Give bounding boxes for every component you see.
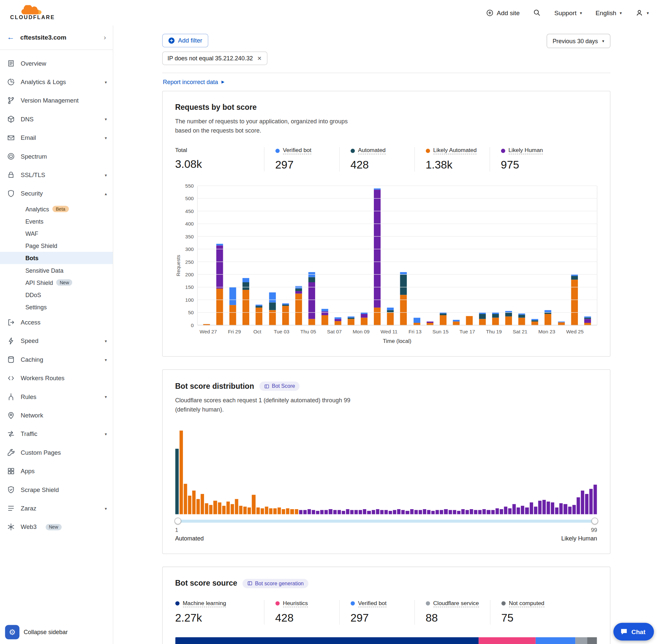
stat-label: Total [175,147,187,153]
chevron-down-icon: ▾ [105,117,107,121]
sidebar-item-label: Apps [21,468,34,475]
y-tick-label: 100 [185,297,194,303]
x-tick-label [421,329,432,335]
chart-bar [226,186,239,325]
sidebar-item-workers-routes[interactable]: Workers Routes [0,369,113,388]
histogram-bar [273,508,277,514]
sidebar-item-bots[interactable]: Bots [0,252,113,264]
account-menu[interactable]: ▾ [635,8,649,17]
histogram-bar [389,511,392,514]
requests-stats: Total3.08kVerified bot297Automated428Lik… [175,147,597,171]
histogram-bar [325,510,328,514]
sidebar-item-network[interactable]: Network [0,406,113,424]
cloudflare-logo[interactable]: CLOUDFLARE [10,5,55,20]
histogram-bar [504,506,508,514]
card-description: The number of requests to your applicati… [175,117,358,136]
histogram-bar [568,506,571,514]
histogram-bar [529,503,533,514]
stacked-bar [230,288,236,325]
search-button[interactable] [533,9,541,17]
histogram-bar [214,501,217,514]
stat-automated: Automated428 [339,147,414,171]
sidebar-item-dns[interactable]: DNS▾ [0,110,113,128]
sidebar-item-events[interactable]: Events [0,215,113,227]
bot-score-badge[interactable]: Bot Score [259,382,300,391]
collapse-sidebar-button[interactable]: Collapse sidebar [24,629,68,636]
sidebar-item-traffic[interactable]: Traffic▾ [0,425,113,443]
sidebar-item-version-management[interactable]: Version Management [0,91,113,110]
sidebar-item-settings[interactable]: Settings [0,301,113,313]
histogram-bar [466,510,469,514]
sidebar-item-analytics[interactable]: AnalyticsBeta [0,203,113,215]
chat-button[interactable]: Chat [613,623,654,641]
sidebar-item-security[interactable]: Security▴ [0,184,113,203]
slider-track[interactable] [175,520,597,523]
sidebar-item-label: Access [21,319,41,326]
sidebar-item-custom-pages[interactable]: Custom Pages [0,443,113,462]
stat-label-row: Verified bot [350,600,403,607]
web3-icon [7,523,16,531]
sidebar-item-caching[interactable]: Caching▾ [0,350,113,369]
slider-handle-max[interactable] [591,518,598,524]
histogram-bar [184,484,187,514]
bar-segment-likely-automated [440,315,447,325]
sidebar-item-web3[interactable]: Web3New [0,518,113,536]
back-arrow-icon[interactable]: ← [7,33,15,42]
chevron-down-icon: ▾ [105,136,107,140]
sidebar-item-label: WAF [25,230,38,237]
sidebar-item-ssl-tls[interactable]: SSL/TLS▾ [0,165,113,184]
sidebar-item-access[interactable]: Access [0,313,113,332]
top-header: CLOUDFLARE Add site Support ▾ English ▾ … [0,0,659,25]
scrape-shield-icon [7,485,16,494]
chart-bar [437,186,450,325]
bot-score-generation-badge[interactable]: Bot score generation [242,579,308,588]
histogram-bar [461,509,465,514]
language-menu[interactable]: English ▾ [595,9,622,17]
card-title: Requests by bot score [175,103,257,112]
add-filter-button[interactable]: Add filter [162,34,208,47]
sidebar-item-scrape-shield[interactable]: Scrape Shield [0,480,113,499]
stat-label: Not computed [509,600,545,607]
sidebar-nav: OverviewAnalytics & Logs▾Version Managem… [0,50,113,621]
histogram-bar [525,507,528,514]
histogram-bar [487,510,490,514]
bar-segment-likely-automated [308,319,315,325]
chevron-right-icon[interactable]: › [104,33,106,41]
sidebar-item-overview[interactable]: Overview [0,54,113,72]
sidebar-item-zaraz[interactable]: Zaraz▾ [0,499,113,518]
filter-chip[interactable]: IP does not equal 35.212.240.32 ✕ [162,51,267,65]
sidebar-item-waf[interactable]: WAF [0,227,113,239]
sidebar-item-api-shield[interactable]: API ShieldNew [0,276,113,289]
support-menu[interactable]: Support ▾ [554,9,582,17]
date-range-dropdown[interactable]: Previous 30 days ▾ [547,34,610,48]
sidebar-item-spectrum[interactable]: Spectrum [0,147,113,165]
histogram-bar [521,506,524,514]
close-icon[interactable]: ✕ [257,55,262,61]
sidebar-item-apps[interactable]: Apps [0,462,113,480]
bar-segment-automated [243,282,250,290]
report-incorrect-data-link[interactable]: Report incorrect data ▶ [162,73,225,91]
add-site-button[interactable]: Add site [486,9,520,17]
sidebar-item-analytics-logs[interactable]: Analytics & Logs▾ [0,72,113,91]
sidebar-item-sensitive-data[interactable]: Sensitive Data [0,264,113,276]
sidebar-item-ddos[interactable]: DDoS [0,289,113,301]
gridline [197,274,597,275]
sidebar-footer: ⚙ Collapse sidebar [0,621,113,644]
zaraz-icon [7,504,16,513]
ssl-icon [7,171,16,179]
header-actions: Add site Support ▾ English ▾ ▾ [486,8,649,17]
sidebar-item-label: SSL/TLS [21,171,45,178]
sidebar-item-label: Traffic [21,431,38,438]
sidebar-item-speed[interactable]: Speed▾ [0,332,113,350]
sidebar-item-email[interactable]: Email▾ [0,129,113,147]
sidebar-item-page-shield[interactable]: Page Shield [0,240,113,252]
settings-gear-button[interactable]: ⚙ [5,625,20,639]
stacked-bar [256,304,263,325]
chart-bar [489,186,502,325]
gridline [197,186,597,186]
sidebar-item-rules[interactable]: Rules▾ [0,388,113,406]
y-tick-label: 300 [185,247,194,253]
slider-handle-min[interactable] [174,518,181,524]
stat-value: 3.08k [175,158,253,171]
x-tick-label [370,329,380,335]
